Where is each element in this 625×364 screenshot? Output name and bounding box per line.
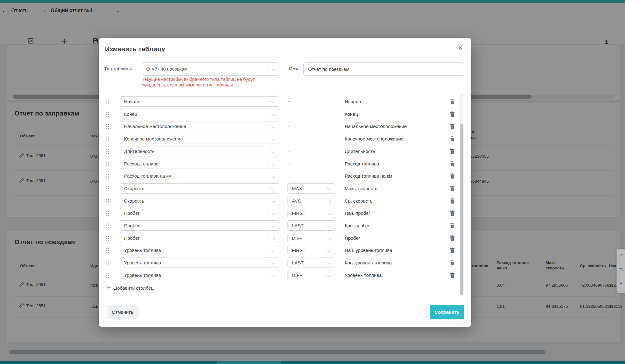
column-label: Ср. скорость [345,198,372,204]
aggregation-value: DIFF [292,235,302,241]
aggregation-select[interactable]: AVG [288,196,335,206]
save-button[interactable]: Сохранить [430,305,464,319]
drag-handle-icon[interactable] [106,224,110,229]
no-aggregation-dash: - [288,99,290,104]
chevron-down-icon [327,273,331,277]
popup-item[interactable]: Р [619,253,622,258]
column-row: ПробегFIRSTНач. пробег [99,208,471,218]
field-select[interactable]: Конец [120,109,279,119]
table-type-label: Тип таблицы [104,66,132,71]
field-select[interactable]: Уровень топлива [120,270,279,280]
aggregation-select[interactable]: DIFF [288,233,335,243]
delete-column-button[interactable] [450,186,455,191]
drag-handle-icon[interactable] [106,261,110,266]
field-select[interactable]: Скорость [120,196,279,206]
aggregation-select[interactable]: DIFF [288,270,335,280]
select-divider [324,273,324,278]
column-options-popup: РСУ [617,249,625,293]
table-type-value: Отчёт по поездкам [146,66,188,71]
chevron-down-icon [327,261,331,265]
delete-column-button[interactable] [450,210,455,216]
popup-item[interactable]: С [619,267,623,272]
delete-column-button[interactable] [450,111,455,117]
aggregation-select[interactable]: FIRST [288,208,335,218]
delete-column-button[interactable] [450,223,455,228]
field-select[interactable]: Начало [120,96,279,107]
aggregation-select[interactable]: LAST [288,220,335,231]
drag-handle-icon[interactable] [106,199,110,204]
field-select[interactable]: Пробег [120,208,279,218]
drag-handle-icon[interactable] [106,174,110,179]
delete-column-button[interactable] [450,273,455,278]
delete-column-button[interactable] [450,99,455,104]
delete-column-button[interactable] [450,173,455,179]
field-select-value: Расход топлива на км [124,173,172,179]
field-select[interactable]: Расход топлива [120,159,279,169]
field-select[interactable]: Уровень топлива [120,258,279,268]
drag-handle-icon[interactable] [106,112,110,117]
aggregation-select[interactable]: MAX [288,183,335,194]
drag-handle-icon[interactable] [106,137,110,142]
warning-line-2: сохранены, если вы измените тип таблицы. [142,82,255,88]
add-column-button[interactable]: +Добавить столбец [107,284,154,292]
cancel-button[interactable]: Отменить [107,305,138,319]
aggregation-select[interactable]: LAST [288,258,335,268]
field-select-value: Скорость [124,186,144,191]
popup-item[interactable]: У [619,281,622,286]
drag-handle-icon[interactable] [106,149,110,154]
field-select[interactable]: Пробег [120,220,279,231]
drag-handle-icon[interactable] [106,162,110,167]
delete-column-button[interactable] [450,124,455,129]
select-divider [268,236,268,240]
aggregation-select[interactable]: FIRST [288,245,335,255]
select-divider [268,124,268,129]
table-type-select[interactable]: Отчёт по поездкам [142,62,279,76]
delete-column-button[interactable] [450,235,455,241]
select-divider [324,223,324,228]
column-row: Длительность-Длительность [99,146,471,156]
delete-column-button[interactable] [450,136,455,141]
close-icon[interactable]: ✕ [458,45,463,51]
field-select-value: Конец [124,111,137,117]
column-row: Конечное местоположение-Конечное местопо… [99,134,471,144]
chevron-down-icon [271,199,275,203]
chevron-down-icon [271,248,275,253]
select-divider [268,248,268,253]
drag-handle-icon[interactable] [106,236,110,241]
drag-handle-icon[interactable] [106,124,110,129]
name-input[interactable] [303,62,464,76]
drag-handle-icon[interactable] [106,186,110,191]
column-row: Конец-Конец [99,109,471,119]
field-select[interactable]: Уровень топлива [120,245,279,255]
select-divider [268,149,268,154]
drag-handle-icon[interactable] [106,273,110,278]
select-divider [324,186,324,191]
delete-column-button[interactable] [450,248,455,253]
field-select[interactable]: Начальное местоположение [120,121,279,131]
field-select[interactable]: Расход топлива на км [120,171,279,181]
field-select[interactable]: Длительность [120,146,279,156]
select-divider [268,199,268,203]
plus-icon: + [107,284,111,292]
field-select[interactable]: Пробег [120,233,279,243]
chevron-down-icon [271,162,275,166]
drag-handle-icon[interactable] [106,248,110,253]
chevron-down-icon [271,224,275,228]
delete-column-button[interactable] [450,260,455,265]
delete-column-button[interactable] [450,149,455,154]
drag-handle-icon[interactable] [106,100,110,105]
drag-handle-icon[interactable] [106,211,110,216]
no-aggregation-dash: - [288,161,290,166]
delete-column-button[interactable] [450,198,455,204]
field-select[interactable]: Скорость [120,183,279,194]
aggregation-value: DIFF [292,273,302,278]
chevron-down-icon [271,236,275,240]
field-select-value: Пробег [124,235,140,241]
aggregation-value: AVG [292,198,302,204]
delete-column-button[interactable] [450,161,455,166]
modal-scrollbar-thumb[interactable] [460,124,463,295]
select-divider [268,211,268,215]
select-divider [268,260,268,265]
edit-table-modal: Изменить таблицу ✕ Тип таблицы Отчёт по … [99,38,471,327]
field-select[interactable]: Конечное местоположение [120,134,279,144]
